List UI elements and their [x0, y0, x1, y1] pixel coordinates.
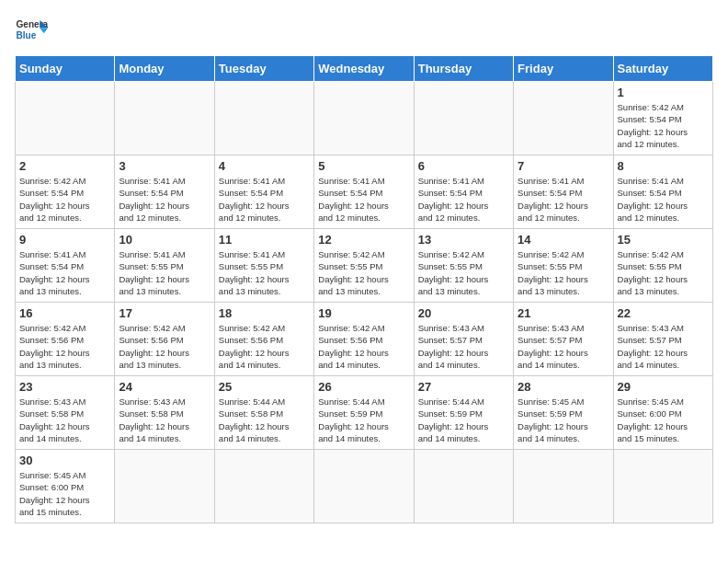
- day-number: 30: [19, 454, 110, 467]
- day-cell: [414, 450, 513, 523]
- day-cell: 4Sunrise: 5:41 AMSunset: 5:54 PMDaylight…: [214, 155, 313, 229]
- day-info: Sunrise: 5:41 AMSunset: 5:54 PMDaylight:…: [19, 248, 110, 297]
- day-number: 5: [318, 159, 409, 173]
- day-cell: 12Sunrise: 5:42 AMSunset: 5:55 PMDayligh…: [314, 229, 414, 303]
- day-cell: 3Sunrise: 5:41 AMSunset: 5:54 PMDaylight…: [115, 155, 214, 229]
- day-info: Sunrise: 5:44 AMSunset: 5:59 PMDaylight:…: [318, 396, 409, 444]
- svg-text:Blue: Blue: [16, 30, 36, 40]
- day-info: Sunrise: 5:43 AMSunset: 5:58 PMDaylight:…: [19, 396, 110, 444]
- day-info: Sunrise: 5:42 AMSunset: 5:55 PMDaylight:…: [418, 248, 509, 297]
- week-row-1: 2Sunrise: 5:42 AMSunset: 5:54 PMDaylight…: [16, 155, 713, 229]
- day-info: Sunrise: 5:42 AMSunset: 5:56 PMDaylight:…: [219, 322, 310, 371]
- calendar-header-row: SundayMondayTuesdayWednesdayThursdayFrid…: [16, 56, 713, 82]
- header-day-saturday: Saturday: [613, 56, 712, 82]
- day-cell: 18Sunrise: 5:42 AMSunset: 5:56 PMDayligh…: [214, 303, 313, 376]
- week-row-2: 9Sunrise: 5:41 AMSunset: 5:54 PMDaylight…: [16, 229, 713, 303]
- day-cell: [314, 82, 414, 155]
- day-number: 24: [119, 380, 210, 394]
- day-info: Sunrise: 5:45 AMSunset: 6:00 PMDaylight:…: [618, 396, 709, 444]
- day-number: 1: [618, 86, 709, 99]
- day-cell: [514, 82, 613, 155]
- day-cell: 9Sunrise: 5:41 AMSunset: 5:54 PMDaylight…: [16, 229, 115, 303]
- day-cell: [214, 450, 313, 523]
- day-info: Sunrise: 5:43 AMSunset: 5:57 PMDaylight:…: [518, 322, 609, 371]
- day-cell: 15Sunrise: 5:42 AMSunset: 5:55 PMDayligh…: [613, 229, 712, 303]
- day-info: Sunrise: 5:42 AMSunset: 5:56 PMDaylight:…: [318, 322, 409, 371]
- calendar: SundayMondayTuesdayWednesdayThursdayFrid…: [15, 55, 713, 523]
- day-info: Sunrise: 5:44 AMSunset: 5:59 PMDaylight:…: [418, 396, 509, 444]
- day-cell: 8Sunrise: 5:41 AMSunset: 5:54 PMDaylight…: [613, 155, 712, 229]
- day-info: Sunrise: 5:43 AMSunset: 5:58 PMDaylight:…: [119, 396, 210, 444]
- day-cell: 20Sunrise: 5:43 AMSunset: 5:57 PMDayligh…: [414, 303, 513, 376]
- day-number: 13: [418, 233, 509, 247]
- day-number: 19: [318, 306, 409, 320]
- day-info: Sunrise: 5:41 AMSunset: 5:55 PMDaylight:…: [119, 248, 210, 297]
- header-day-friday: Friday: [514, 56, 613, 82]
- day-info: Sunrise: 5:43 AMSunset: 5:57 PMDaylight:…: [418, 322, 509, 371]
- day-cell: 27Sunrise: 5:44 AMSunset: 5:59 PMDayligh…: [414, 376, 513, 450]
- day-cell: 10Sunrise: 5:41 AMSunset: 5:55 PMDayligh…: [115, 229, 214, 303]
- day-cell: [16, 82, 115, 155]
- day-info: Sunrise: 5:42 AMSunset: 5:54 PMDaylight:…: [19, 175, 110, 224]
- day-info: Sunrise: 5:41 AMSunset: 5:54 PMDaylight:…: [518, 175, 609, 224]
- day-cell: 21Sunrise: 5:43 AMSunset: 5:57 PMDayligh…: [514, 303, 613, 376]
- header-day-monday: Monday: [115, 56, 214, 82]
- day-info: Sunrise: 5:41 AMSunset: 5:54 PMDaylight:…: [219, 175, 310, 224]
- day-cell: 30Sunrise: 5:45 AMSunset: 6:00 PMDayligh…: [16, 450, 115, 523]
- day-number: 11: [219, 233, 310, 247]
- day-number: 16: [19, 306, 110, 320]
- week-row-0: 1Sunrise: 5:42 AMSunset: 5:54 PMDaylight…: [16, 82, 713, 155]
- day-number: 22: [618, 306, 709, 320]
- day-cell: 22Sunrise: 5:43 AMSunset: 5:57 PMDayligh…: [613, 303, 712, 376]
- day-number: 3: [119, 159, 210, 173]
- day-number: 25: [219, 380, 310, 394]
- day-number: 28: [518, 380, 609, 394]
- header-day-wednesday: Wednesday: [314, 56, 414, 82]
- logo: General Blue: [15, 15, 48, 48]
- day-info: Sunrise: 5:41 AMSunset: 5:54 PMDaylight:…: [119, 175, 210, 224]
- day-cell: 29Sunrise: 5:45 AMSunset: 6:00 PMDayligh…: [613, 376, 712, 450]
- day-info: Sunrise: 5:42 AMSunset: 5:55 PMDaylight:…: [318, 248, 409, 297]
- day-number: 9: [19, 233, 110, 247]
- day-number: 20: [418, 306, 509, 320]
- day-cell: 14Sunrise: 5:42 AMSunset: 5:55 PMDayligh…: [514, 229, 613, 303]
- day-cell: [314, 450, 414, 523]
- day-number: 27: [418, 380, 509, 394]
- day-cell: 11Sunrise: 5:41 AMSunset: 5:55 PMDayligh…: [214, 229, 313, 303]
- day-cell: 5Sunrise: 5:41 AMSunset: 5:54 PMDaylight…: [314, 155, 414, 229]
- svg-marker-3: [40, 28, 48, 33]
- day-number: 6: [418, 159, 509, 173]
- day-number: 18: [219, 306, 310, 320]
- day-info: Sunrise: 5:45 AMSunset: 6:00 PMDaylight:…: [19, 469, 110, 518]
- day-cell: 17Sunrise: 5:42 AMSunset: 5:56 PMDayligh…: [115, 303, 214, 376]
- day-info: Sunrise: 5:41 AMSunset: 5:54 PMDaylight:…: [618, 175, 709, 224]
- day-cell: 26Sunrise: 5:44 AMSunset: 5:59 PMDayligh…: [314, 376, 414, 450]
- header-day-sunday: Sunday: [16, 56, 115, 82]
- day-info: Sunrise: 5:43 AMSunset: 5:57 PMDaylight:…: [618, 322, 709, 371]
- header: General Blue: [15, 15, 713, 48]
- day-cell: 1Sunrise: 5:42 AMSunset: 5:54 PMDaylight…: [613, 82, 712, 155]
- day-number: 26: [318, 380, 409, 394]
- day-cell: 7Sunrise: 5:41 AMSunset: 5:54 PMDaylight…: [514, 155, 613, 229]
- day-number: 15: [618, 233, 709, 247]
- day-number: 14: [518, 233, 609, 247]
- day-cell: 28Sunrise: 5:45 AMSunset: 5:59 PMDayligh…: [514, 376, 613, 450]
- day-info: Sunrise: 5:45 AMSunset: 5:59 PMDaylight:…: [518, 396, 609, 444]
- day-cell: [214, 82, 313, 155]
- day-cell: 6Sunrise: 5:41 AMSunset: 5:54 PMDaylight…: [414, 155, 513, 229]
- day-cell: [613, 450, 712, 523]
- day-number: 2: [19, 159, 110, 173]
- logo-icon: General Blue: [15, 15, 48, 48]
- day-cell: [115, 82, 214, 155]
- day-cell: 2Sunrise: 5:42 AMSunset: 5:54 PMDaylight…: [16, 155, 115, 229]
- day-info: Sunrise: 5:42 AMSunset: 5:55 PMDaylight:…: [618, 248, 709, 297]
- day-info: Sunrise: 5:41 AMSunset: 5:54 PMDaylight:…: [418, 175, 509, 224]
- day-cell: 23Sunrise: 5:43 AMSunset: 5:58 PMDayligh…: [16, 376, 115, 450]
- week-row-5: 30Sunrise: 5:45 AMSunset: 6:00 PMDayligh…: [16, 450, 713, 523]
- day-cell: 16Sunrise: 5:42 AMSunset: 5:56 PMDayligh…: [16, 303, 115, 376]
- day-info: Sunrise: 5:42 AMSunset: 5:56 PMDaylight:…: [119, 322, 210, 371]
- day-cell: 19Sunrise: 5:42 AMSunset: 5:56 PMDayligh…: [314, 303, 414, 376]
- day-number: 7: [518, 159, 609, 173]
- week-row-4: 23Sunrise: 5:43 AMSunset: 5:58 PMDayligh…: [16, 376, 713, 450]
- day-cell: [414, 82, 513, 155]
